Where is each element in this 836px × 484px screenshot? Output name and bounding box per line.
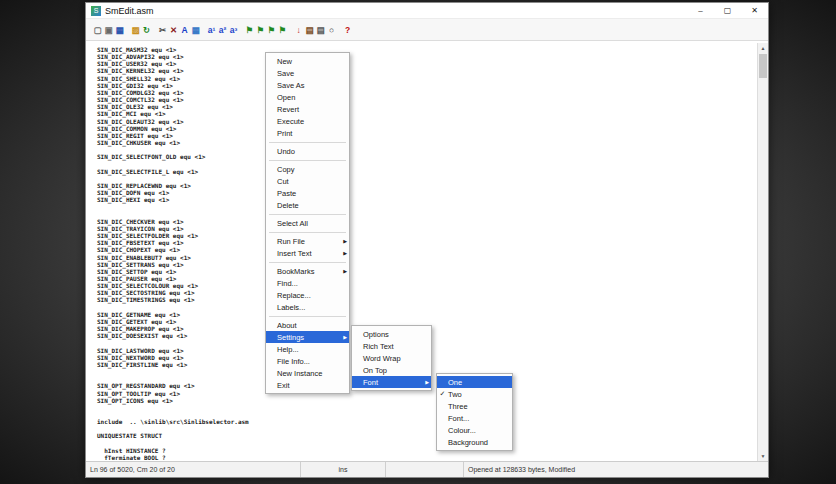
menu-item-three[interactable]: Three (437, 400, 512, 412)
editor-pane[interactable]: SIN_DIC_MASM32 equ <1> SIN_DIC_ADVAPI32 … (86, 43, 768, 461)
editor-text[interactable]: SIN_DIC_MASM32 equ <1> SIN_DIC_ADVAPI32 … (86, 43, 768, 461)
grid-icon[interactable]: ▦ (190, 23, 201, 37)
menu-item-label: One (448, 378, 503, 387)
bookmark-4-icon[interactable]: ⚑ (277, 23, 288, 37)
menu-item-label: Save (277, 69, 340, 78)
menu-item-settings[interactable]: Settings▶ (266, 331, 349, 343)
menu-item-label: Settings (277, 333, 340, 342)
help-icon[interactable]: ? (342, 23, 353, 37)
submenu-arrow-icon: ▶ (422, 379, 429, 385)
menu-item-label: Print (277, 129, 340, 138)
find-icon[interactable]: ○ (326, 23, 337, 37)
bookmark-2-icon[interactable]: ⚑ (255, 23, 266, 37)
menu-item-on-top[interactable]: On Top (352, 364, 431, 376)
run-file-icon[interactable]: ↓ (293, 23, 304, 37)
menu-item-copy[interactable]: Copy (266, 163, 349, 175)
menu-item-undo[interactable]: Undo (266, 145, 349, 157)
menu-item-file-info[interactable]: File Info... (266, 355, 349, 367)
menu-item-label: Font... (448, 414, 503, 423)
insert-text-1-icon[interactable]: a¹ (206, 23, 217, 37)
bookmark-3-icon[interactable]: ⚑ (266, 23, 277, 37)
menu-item-label: BookMarks (277, 267, 340, 276)
insert-text-2-icon[interactable]: a² (217, 23, 228, 37)
menu-item-label: Colour... (448, 426, 503, 435)
bookmark-1-icon[interactable]: ⚑ (244, 23, 255, 37)
open-icon[interactable]: ▨ (130, 23, 141, 37)
minimize-button[interactable]: – (687, 3, 714, 18)
menu-item-label: Background (448, 438, 503, 447)
scroll-down-icon[interactable]: ▼ (758, 451, 768, 461)
menu-item-paste[interactable]: Paste (266, 187, 349, 199)
menu-separator (269, 160, 346, 161)
menu-item-label: Undo (277, 147, 340, 156)
menu-separator (269, 262, 346, 263)
scroll-up-icon[interactable]: ▲ (758, 43, 768, 53)
submenu-arrow-icon: ▶ (340, 268, 347, 274)
menu-item-replace[interactable]: Replace... (266, 289, 349, 301)
close-button[interactable]: ✕ (741, 3, 768, 18)
menu-item-label: About (277, 321, 340, 330)
menu-item-open[interactable]: Open (266, 91, 349, 103)
font-icon[interactable]: A (179, 23, 190, 37)
menu-item-exit[interactable]: Exit (266, 379, 349, 391)
menu-item-help[interactable]: Help... (266, 343, 349, 355)
menu-item-new[interactable]: New (266, 55, 349, 67)
menu-item-label: Labels... (277, 303, 340, 312)
revert-icon[interactable]: ↻ (141, 23, 152, 37)
menu-item-one[interactable]: One (437, 376, 512, 388)
menu-item-font[interactable]: Font▶ (352, 376, 431, 388)
menu-item-label: Select All (277, 219, 340, 228)
menu-item-select-all[interactable]: Select All (266, 217, 349, 229)
menu-item-labels[interactable]: Labels... (266, 301, 349, 313)
menu-item-label: Font (363, 378, 422, 387)
menu-separator (269, 316, 346, 317)
menu-item-options[interactable]: Options (352, 328, 431, 340)
menu-item-delete[interactable]: Delete (266, 199, 349, 211)
submenu-arrow-icon: ▶ (340, 250, 347, 256)
menu-item-insert-text[interactable]: Insert Text▶ (266, 247, 349, 259)
cut-icon[interactable]: ✂ (157, 23, 168, 37)
menu-item-colour[interactable]: Colour... (437, 424, 512, 436)
new-icon[interactable]: ▢ (92, 23, 103, 37)
context-menu: NewSaveSave AsOpenRevertExecutePrintUndo… (265, 52, 350, 394)
menu-item-save-as[interactable]: Save As (266, 79, 349, 91)
save-icon[interactable]: ▦ (114, 23, 125, 37)
title-bar[interactable]: S SmEdit.asm – ▢ ✕ (86, 3, 768, 19)
menu-item-label: Save As (277, 81, 340, 90)
menu-item-rich-text[interactable]: Rich Text (352, 340, 431, 352)
settings-submenu: OptionsRich TextWord WrapOn TopFont▶ (351, 325, 432, 391)
menu-item-word-wrap[interactable]: Word Wrap (352, 352, 431, 364)
menu-item-label: Exit (277, 381, 340, 390)
vertical-scrollbar[interactable]: ▲ ▼ (757, 43, 768, 461)
menu-item-run-file[interactable]: Run File▶ (266, 235, 349, 247)
scrollbar-thumb[interactable] (759, 54, 767, 78)
book-icon[interactable]: ▤ (304, 23, 315, 37)
maximize-button[interactable]: ▢ (714, 3, 741, 18)
menu-item-label: New (277, 57, 340, 66)
menu-separator (269, 214, 346, 215)
menu-item-cut[interactable]: Cut (266, 175, 349, 187)
menu-item-label: Word Wrap (363, 354, 422, 363)
menu-item-find[interactable]: Find... (266, 277, 349, 289)
status-spare-cell (386, 462, 464, 477)
menu-item-bookmarks[interactable]: BookMarks▶ (266, 265, 349, 277)
new-template-icon[interactable]: ▣ (103, 23, 114, 37)
insert-text-3-icon[interactable]: a³ (228, 23, 239, 37)
print-icon[interactable]: ▤ (315, 23, 326, 37)
menu-item-font[interactable]: Font... (437, 412, 512, 424)
menu-item-about[interactable]: About (266, 319, 349, 331)
menu-item-two[interactable]: ✓Two (437, 388, 512, 400)
menu-item-save[interactable]: Save (266, 67, 349, 79)
menu-item-label: File Info... (277, 357, 340, 366)
menu-item-background[interactable]: Background (437, 436, 512, 448)
menu-item-print[interactable]: Print (266, 127, 349, 139)
menu-item-revert[interactable]: Revert (266, 103, 349, 115)
menu-separator (269, 142, 346, 143)
delete-icon[interactable]: ✕ (168, 23, 179, 37)
submenu-arrow-icon: ▶ (340, 238, 347, 244)
status-file-info: Opened at 128633 bytes, Modified (464, 462, 768, 477)
menu-item-execute[interactable]: Execute (266, 115, 349, 127)
menu-item-label: New Instance (277, 369, 340, 378)
menu-item-new-instance[interactable]: New Instance (266, 367, 349, 379)
status-bar: Ln 96 of 5020, Cm 20 of 20 ins Opened at… (86, 461, 768, 477)
